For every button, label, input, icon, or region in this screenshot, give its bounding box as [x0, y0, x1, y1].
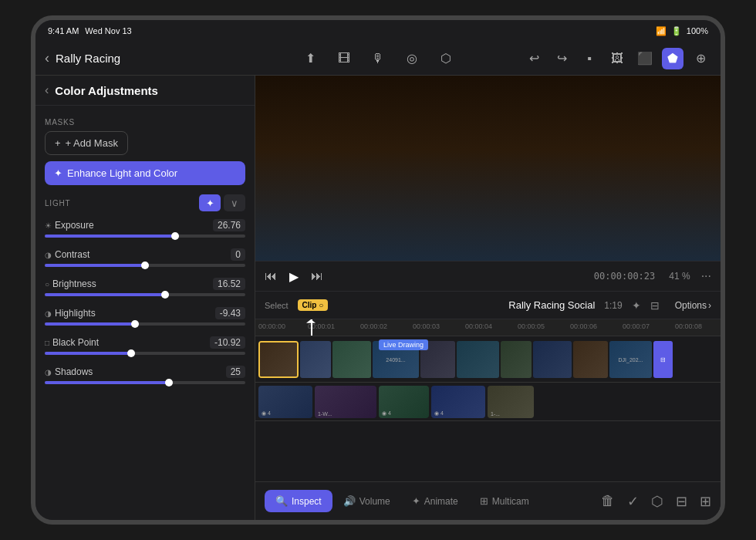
- garage-background: [255, 76, 721, 261]
- device-frame: 9:41 AM Wed Nov 13 📶 🔋 100% ‹ Rally Raci…: [31, 15, 725, 525]
- light-mode-auto-button[interactable]: ✦: [199, 194, 221, 211]
- active-icon[interactable]: ⬟: [662, 48, 683, 69]
- brightness-icon: ○: [45, 280, 49, 289]
- highlights-label: ◑ Highlights: [45, 308, 96, 319]
- highlights-track[interactable]: [45, 322, 245, 326]
- clip-9[interactable]: DJI_202...: [609, 341, 652, 378]
- mic-icon[interactable]: 🎙: [367, 48, 389, 69]
- shadows-fill: [45, 381, 169, 384]
- tab-multicam[interactable]: ⊞ Multicam: [469, 490, 540, 512]
- clip-6[interactable]: [501, 341, 532, 378]
- main-content: ‹ Color Adjustments MASKS + + Add Mask ✦…: [35, 76, 721, 520]
- playback-bar: ⏮ ▶ ⏭ 00:00:00:23 41 % ···: [255, 261, 721, 292]
- enhance-wand-icon: ✦: [54, 167, 62, 179]
- add-mask-button[interactable]: + + Add Mask: [45, 131, 128, 155]
- broll-clip-4[interactable]: ◉ 4: [431, 386, 485, 418]
- ruler-tick-7: 00:00:07: [623, 322, 650, 330]
- skip-back-button[interactable]: ⏮: [265, 269, 277, 283]
- clip-2[interactable]: [332, 341, 371, 378]
- contrast-label: ◑ Contrast: [45, 249, 89, 260]
- selected-clip[interactable]: [258, 341, 299, 378]
- camera-icon[interactable]: 🎞: [333, 48, 355, 69]
- clip-accent[interactable]: ⊟: [653, 341, 673, 378]
- toolbar-left: ‹ Rally Racing: [45, 50, 263, 66]
- trim-button[interactable]: ⊟: [676, 493, 687, 510]
- tab-animate[interactable]: ✦ Animate: [401, 490, 469, 512]
- shadows-label: ◑ Shadows: [45, 366, 93, 377]
- clip-5[interactable]: [457, 341, 499, 378]
- brightness-track[interactable]: [45, 293, 245, 296]
- right-area: RALLY READY DRIVING SCHOOL: [255, 76, 721, 520]
- tab-inspect[interactable]: 🔍 Inspect: [265, 490, 332, 512]
- broll-clip-2[interactable]: 1-W...: [315, 386, 376, 418]
- tab-volume[interactable]: 🔊 Volume: [332, 490, 401, 512]
- enhance-button[interactable]: ✦ Enhance Light and Color: [45, 161, 245, 185]
- masks-section-label: MASKS: [45, 118, 245, 127]
- inspect-icon: 🔍: [275, 495, 288, 507]
- light-mode-chevron-button[interactable]: ∨: [224, 194, 245, 211]
- rewind-icon[interactable]: ↩: [523, 48, 545, 69]
- toolbar-center: ⬆ 🎞 🎙 ◎ ⬡: [269, 48, 488, 69]
- blackpoint-track[interactable]: [45, 352, 245, 355]
- clips-row: 24091... DJI_202... ⊟: [300, 341, 673, 378]
- exposure-track[interactable]: [45, 235, 245, 238]
- contrast-track[interactable]: [45, 264, 245, 267]
- share-icon[interactable]: ⬆: [299, 48, 321, 69]
- timeline-layout-icon[interactable]: ⊟: [650, 299, 660, 312]
- record-icon[interactable]: ⬛: [634, 48, 656, 69]
- highlights-thumb: [131, 320, 139, 328]
- exposure-label: ☀ Exposure: [45, 220, 94, 231]
- ruler-tick-6: 00:00:06: [570, 322, 597, 330]
- export-icon[interactable]: ⬡: [435, 48, 457, 69]
- photo-icon[interactable]: 🖼: [606, 48, 628, 69]
- shadows-value: 25: [226, 366, 245, 378]
- check-button[interactable]: ✓: [627, 493, 639, 510]
- battery-level: 100%: [687, 26, 708, 35]
- timecode-ruler: 00:00:00 00:00:01 00:00:02 00:00:03 00:0…: [255, 319, 721, 336]
- redo-icon[interactable]: ↪: [551, 48, 572, 69]
- light-label: LIGHT: [45, 199, 70, 208]
- broll-clip-1[interactable]: ◉ 4: [258, 386, 312, 418]
- highlights-value: -9.43: [215, 307, 245, 319]
- broll-clip-5[interactable]: 1-...: [488, 386, 534, 418]
- timecode-display: 00:00:00:23: [594, 271, 655, 282]
- clip-1[interactable]: [300, 341, 331, 378]
- bottom-actions: 🗑 ✓ ⬡ ⊟ ⊞: [601, 493, 711, 510]
- broll-clip-5-label: 1-...: [491, 411, 531, 417]
- play-button[interactable]: ▶: [283, 265, 305, 287]
- more-icon[interactable]: ⊕: [690, 48, 711, 69]
- tracks-container: Live Drawing 24091...: [255, 336, 721, 481]
- timeline-project-name: Rally Racing Social: [508, 299, 595, 311]
- clip-8[interactable]: [573, 341, 608, 378]
- bottom-toolbar: 🔍 Inspect 🔊 Volume ✦ Animate ⊞ Multicam: [255, 481, 721, 520]
- broll-clip-4-label: ◉ 4: [434, 410, 482, 417]
- timeline-settings-icon[interactable]: ✦: [632, 299, 641, 312]
- split-button[interactable]: ⬡: [651, 493, 663, 510]
- sidebar-back-button[interactable]: ‹: [45, 83, 49, 97]
- skip-forward-button[interactable]: ⏭: [311, 269, 323, 283]
- magic-icon[interactable]: ◎: [401, 48, 423, 69]
- shadows-thumb: [165, 379, 173, 386]
- blackpoint-slider-row: □ Black Point -10.92: [45, 336, 245, 355]
- delete-button[interactable]: 🗑: [601, 493, 615, 509]
- sidebar-header: ‹ Color Adjustments: [35, 76, 255, 106]
- clip-7[interactable]: [533, 341, 572, 378]
- volume-icon: 🔊: [343, 495, 356, 507]
- clip-badge: Clip ○: [298, 299, 329, 311]
- video-placeholder: RALLY READY DRIVING SCHOOL: [255, 76, 721, 261]
- play-controls: ⏮ ▶ ⏭: [265, 265, 323, 287]
- more-options-button[interactable]: ···: [701, 269, 711, 283]
- options-button[interactable]: Options ›: [675, 300, 711, 311]
- exposure-fill: [45, 235, 175, 238]
- selected-clip-thumb: [260, 343, 297, 376]
- status-right: 📶 🔋 100%: [656, 26, 708, 36]
- shadows-track[interactable]: [45, 381, 245, 384]
- status-date: Wed Nov 13: [85, 26, 131, 35]
- back-button[interactable]: ‹: [45, 50, 49, 66]
- media-icon[interactable]: ▪: [579, 48, 600, 69]
- blackpoint-label: □ Black Point: [45, 337, 99, 348]
- shadows-slider-row: ◑ Shadows 25: [45, 366, 245, 384]
- sidebar-body: MASKS + + Add Mask ✦ Enhance Light and C…: [35, 106, 255, 520]
- multicam-switch-button[interactable]: ⊞: [700, 493, 711, 510]
- broll-clip-3[interactable]: ◉ 4: [379, 386, 429, 418]
